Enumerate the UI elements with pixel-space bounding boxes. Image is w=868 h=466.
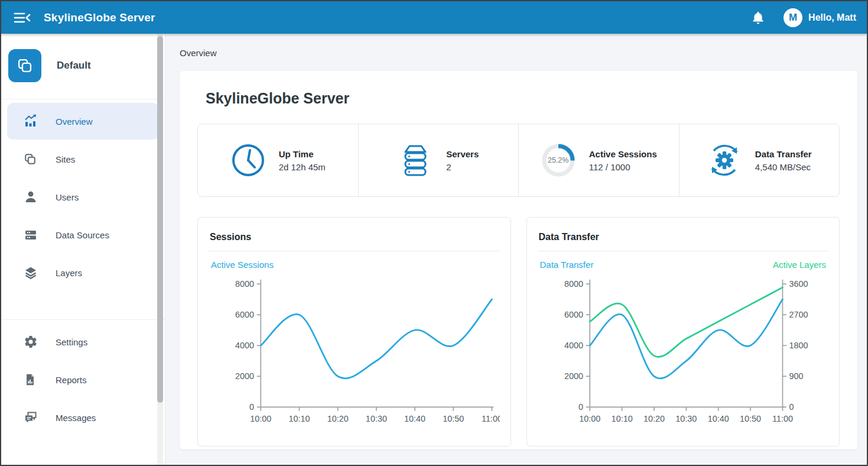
sidebar-divider (1, 99, 165, 99)
svg-text:11:00: 11:00 (482, 414, 499, 423)
svg-text:4000: 4000 (235, 341, 254, 350)
charts-row: Sessions Active Sessions 020004000600080… (197, 217, 840, 446)
sidebar-item-reports[interactable]: Reports (7, 361, 159, 398)
user-greeting: Hello, Matt (808, 12, 856, 23)
data-transfer-legend: Data Transfer Active Layers (538, 251, 829, 271)
stat-value: 2 (446, 162, 479, 172)
sidebar-item-label: Sites (56, 154, 75, 164)
stat-active-sessions: 25.2% Active Sessions 112 / 1000 (519, 124, 680, 196)
svg-text:1800: 1800 (789, 341, 808, 350)
stat-value: 4,540 MB/Sec (755, 162, 812, 172)
svg-text:10:00: 10:00 (579, 414, 600, 423)
sidebar-item-layers[interactable]: Layers (7, 254, 159, 291)
stat-label: Data Transfer (755, 149, 812, 159)
top-bar: SkylineGlobe Server M Hello, Matt (1, 1, 867, 34)
sidebar-divider (1, 319, 165, 320)
donut-percent-label: 25.2% (541, 143, 576, 178)
svg-text:6000: 6000 (235, 310, 254, 319)
sessions-chart-card: Sessions Active Sessions 020004000600080… (197, 217, 511, 446)
workspace-row: Default (1, 34, 165, 96)
sidebar-item-sites[interactable]: Sites (7, 141, 159, 177)
svg-text:4000: 4000 (564, 341, 583, 350)
stat-data-transfer: Data Transfer 4,540 MB/Sec (680, 124, 840, 196)
svg-text:2700: 2700 (789, 310, 808, 319)
page-title: SkylineGlobe Server (206, 90, 840, 107)
svg-text:10:50: 10:50 (740, 414, 761, 423)
sites-copy-icon (17, 57, 33, 74)
legend-data-transfer: Data Transfer (540, 260, 594, 270)
svg-text:10:10: 10:10 (611, 414, 632, 423)
svg-text:10:20: 10:20 (643, 414, 664, 423)
stat-uptime: Up Time 2d 12h 45m (198, 124, 359, 196)
svg-text:10:10: 10:10 (288, 414, 310, 423)
sidebar-scrollbar-track[interactable] (157, 34, 163, 465)
svg-text:10:00: 10:00 (250, 414, 271, 423)
collapse-menu-icon[interactable] (12, 9, 32, 27)
sidebar-item-label: Overview (56, 117, 93, 127)
svg-text:10:40: 10:40 (707, 414, 729, 423)
sidebar-item-label: Messages (56, 413, 96, 423)
avatar: M (784, 8, 802, 27)
svg-text:0: 0 (249, 402, 254, 412)
gear-sync-icon (707, 143, 742, 178)
svg-text:10:20: 10:20 (327, 414, 349, 423)
sidebar-item-label: Layers (56, 268, 82, 278)
sidebar-item-data-sources[interactable]: Data Sources (7, 216, 159, 253)
svg-text:0: 0 (789, 402, 794, 412)
sidebar-item-label: Data Sources (56, 230, 109, 240)
user-menu[interactable]: M Hello, Matt (784, 8, 856, 27)
legend-active-layers: Active Layers (773, 260, 826, 270)
chat-bubbles-icon (24, 410, 38, 425)
app-window: SkylineGlobe Server M Hello, Matt (0, 0, 868, 466)
svg-text:10:30: 10:30 (366, 414, 387, 423)
sidebar-item-label: Settings (56, 337, 87, 347)
stat-label: Servers (446, 149, 479, 159)
svg-text:11:00: 11:00 (772, 414, 792, 423)
svg-text:6000: 6000 (564, 310, 583, 319)
overview-card: SkylineGlobe Server Up Time 2d 12h 45m (180, 71, 857, 449)
sidebar-item-label: Users (56, 192, 79, 202)
chart-title: Data Transfer (538, 227, 829, 251)
stat-label: Active Sessions (589, 149, 657, 159)
svg-text:2000: 2000 (235, 371, 254, 381)
svg-text:10:30: 10:30 (675, 414, 697, 423)
notifications-bell-icon[interactable] (748, 8, 768, 28)
svg-text:0: 0 (578, 402, 583, 412)
sidebar-item-overview[interactable]: Overview (7, 103, 159, 140)
stat-value: 2d 12h 45m (279, 162, 326, 172)
sidebar-item-messages[interactable]: Messages (7, 399, 159, 436)
user-icon (24, 190, 38, 204)
workspace-label: Default (57, 60, 91, 72)
svg-text:900: 900 (789, 371, 803, 381)
sites-copy-icon (24, 152, 38, 166)
sidebar-item-users[interactable]: Users (7, 179, 159, 215)
gear-icon (24, 335, 38, 349)
data-transfer-chart-card: Data Transfer Data Transfer Active Layer… (526, 217, 840, 446)
clock-icon (230, 143, 266, 178)
layers-icon (24, 266, 38, 280)
data-transfer-line-chart: 02000400060008000090018002700360010:0010… (538, 271, 829, 440)
server-stack-icon (24, 228, 38, 242)
sessions-donut-gauge: 25.2% (541, 143, 576, 178)
workspace-button[interactable] (8, 49, 41, 82)
report-document-icon (24, 373, 38, 387)
svg-text:10:40: 10:40 (404, 414, 425, 423)
sidebar-scrollbar-thumb[interactable] (157, 36, 163, 403)
sessions-legend: Active Sessions (209, 251, 500, 271)
sidebar: Default Overview (1, 34, 165, 465)
legend-active-sessions: Active Sessions (211, 260, 274, 270)
svg-text:8000: 8000 (564, 279, 583, 289)
stats-row: Up Time 2d 12h 45m (197, 124, 840, 197)
stat-value: 112 / 1000 (589, 162, 657, 172)
app-title: SkylineGlobe Server (44, 11, 155, 24)
stat-servers: Servers 2 (359, 124, 519, 196)
sidebar-item-label: Reports (56, 375, 87, 385)
stat-label: Up Time (279, 149, 326, 159)
sessions-line-chart: 0200040006000800010:0010:1010:2010:3010:… (209, 271, 500, 440)
sidebar-item-settings[interactable]: Settings (7, 323, 159, 360)
chart-title: Sessions (209, 227, 500, 251)
main-content: Overview SkylineGlobe Server Up Time (165, 34, 867, 465)
breadcrumb: Overview (180, 34, 857, 58)
servers-icon (398, 143, 433, 178)
svg-text:3600: 3600 (789, 279, 808, 289)
